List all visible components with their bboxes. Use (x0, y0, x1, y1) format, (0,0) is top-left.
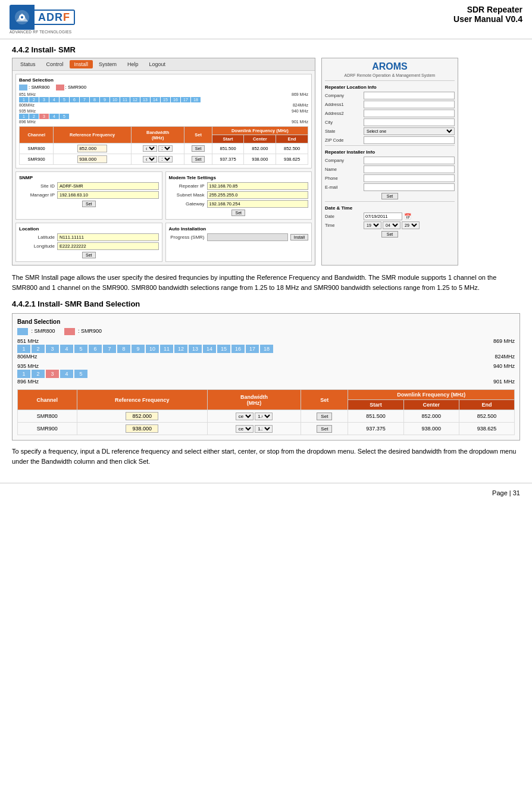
time-hour-select[interactable]: 19 (364, 221, 381, 229)
ch-14[interactable]: 14 (151, 97, 160, 102)
bs-ch1-9[interactable]: 9 (132, 345, 145, 353)
ch-16[interactable]: 16 (171, 97, 180, 102)
th-bw: Bandwidth(MHz) (131, 127, 184, 143)
location-set-btn[interactable]: Set (82, 252, 96, 258)
bs-ch1-4[interactable]: 4 (60, 345, 73, 353)
aroms-city-input[interactable] (364, 118, 455, 126)
bs-ch1-16[interactable]: 16 (231, 345, 245, 353)
ch-5[interactable]: 5 (60, 97, 69, 102)
ref-freq-input-1[interactable] (77, 145, 107, 152)
lg-bw-val-2[interactable]: 1.25 (255, 425, 273, 433)
ch-9[interactable]: 9 (100, 97, 109, 102)
aroms-set-btn1[interactable]: Set (381, 193, 399, 199)
bs-ch2-1[interactable]: 1 (17, 370, 30, 378)
bs-ch2-2[interactable]: 2 (32, 370, 45, 378)
nav-control[interactable]: Control (42, 60, 68, 68)
bs-ch2-3[interactable]: 3 (46, 370, 59, 378)
ch-7[interactable]: 7 (80, 97, 89, 102)
lat-input[interactable] (57, 233, 159, 241)
ch-2[interactable]: 2 (29, 97, 39, 102)
bs-ch1-2[interactable]: 2 (32, 345, 45, 353)
smr900-legend: : SMR900 (56, 85, 87, 90)
aroms-inst-name-input[interactable] (364, 165, 455, 173)
company-subtitle: ADVANCED RF TECHNOLOGIES (10, 30, 71, 34)
bs-ch2-4[interactable]: 4 (60, 370, 73, 378)
ch2-2[interactable]: 2 (29, 114, 39, 119)
time-sec-select[interactable]: 29 (402, 221, 420, 229)
ch-11[interactable]: 11 (120, 97, 130, 102)
lg-ref-input-2[interactable] (126, 424, 158, 433)
nav-status[interactable]: Status (15, 60, 40, 68)
nav-install[interactable]: Install (70, 60, 93, 68)
aroms-inst-company-input[interactable] (364, 157, 455, 164)
lg-bw-val-1[interactable]: 1.00 (255, 413, 273, 420)
bw-select-1[interactable]: center (143, 145, 157, 152)
bs-ch1-1[interactable]: 1 (17, 345, 30, 353)
aroms-state-select[interactable]: Select one (364, 127, 455, 135)
gateway-input[interactable] (207, 200, 309, 208)
snmp-mgr-row: Manager IP (19, 191, 159, 199)
snmp-site-input[interactable] (57, 182, 159, 190)
bs-ch1-10[interactable]: 10 (146, 345, 159, 353)
ch2-3[interactable]: 3 (39, 114, 49, 119)
bs-ch1-17[interactable]: 17 (246, 345, 259, 353)
bw-val-2[interactable]: 1.25 (158, 156, 173, 163)
aroms-zip-input[interactable] (364, 136, 455, 144)
bs-ch2-5[interactable]: 5 (74, 370, 87, 378)
bs-ch1-14[interactable]: 14 (203, 345, 216, 353)
bs-ch1-8[interactable]: 8 (117, 345, 130, 353)
lg-bw-select-1[interactable]: center (236, 413, 254, 420)
calendar-icon[interactable]: 📅 (404, 213, 411, 220)
ch-6[interactable]: 6 (70, 97, 79, 102)
bs-ch1-7[interactable]: 7 (103, 345, 116, 353)
ref-freq-input-2[interactable] (77, 155, 107, 163)
nav-logout[interactable]: Logout (145, 60, 171, 68)
date-input[interactable] (364, 213, 402, 220)
bs-ch1-6[interactable]: 6 (89, 345, 102, 353)
ch-8[interactable]: 8 (90, 97, 99, 102)
ch-1[interactable]: 1 (19, 97, 29, 102)
ch-10[interactable]: 10 (110, 97, 120, 102)
bw-val-1[interactable]: 1.00 (158, 145, 173, 152)
ch2-1[interactable]: 1 (19, 114, 29, 119)
bs-ch1-18[interactable]: 18 (260, 345, 273, 353)
bs-ch1-5[interactable]: 5 (74, 345, 87, 353)
bs-ch1-13[interactable]: 13 (189, 345, 202, 353)
ch2-4[interactable]: 4 (49, 114, 59, 119)
snmp-set-btn[interactable]: Set (82, 201, 96, 207)
ch-4[interactable]: 4 (49, 97, 59, 102)
lg-set-btn-2[interactable]: Set (317, 425, 332, 433)
snmp-mgr-input[interactable] (57, 191, 159, 199)
bs-ch1-3[interactable]: 3 (46, 345, 59, 353)
aroms-addr2-input[interactable] (364, 110, 455, 117)
ch-3[interactable]: 3 (39, 97, 49, 102)
ch2-5[interactable]: 5 (60, 114, 69, 119)
lg-bw-select-2[interactable]: center (236, 425, 254, 433)
bs-ch1-11[interactable]: 11 (160, 345, 173, 353)
ch-15[interactable]: 15 (161, 97, 170, 102)
nav-system[interactable]: System (94, 60, 121, 68)
ch-13[interactable]: 13 (140, 97, 150, 102)
lon-input[interactable] (57, 242, 159, 250)
subnet-input[interactable] (207, 191, 309, 199)
ch-17[interactable]: 17 (181, 97, 190, 102)
ch-18[interactable]: 18 (191, 97, 201, 102)
set-btn-2[interactable]: Set (192, 156, 205, 163)
bs-ch1-12[interactable]: 12 (174, 345, 187, 353)
bw-select-2[interactable]: center (143, 156, 157, 163)
modem-set-btn[interactable]: Set (231, 210, 245, 216)
install-btn[interactable]: Install (290, 234, 308, 240)
aroms-addr1-input[interactable] (364, 101, 455, 108)
nav-help[interactable]: Help (123, 60, 143, 68)
lg-ref-input-1[interactable] (126, 412, 158, 420)
aroms-set-btn2[interactable]: Set (381, 231, 399, 238)
set-btn-1[interactable]: Set (192, 145, 205, 152)
lg-set-btn-1[interactable]: Set (317, 413, 332, 420)
repeater-ip-input[interactable] (207, 182, 309, 190)
time-min-select[interactable]: 04 (383, 221, 400, 229)
aroms-inst-email-input[interactable] (364, 183, 455, 191)
bs-ch1-15[interactable]: 15 (217, 345, 230, 353)
aroms-company-input[interactable] (364, 92, 455, 99)
ch-12[interactable]: 12 (130, 97, 140, 102)
aroms-inst-phone-input[interactable] (364, 174, 455, 182)
